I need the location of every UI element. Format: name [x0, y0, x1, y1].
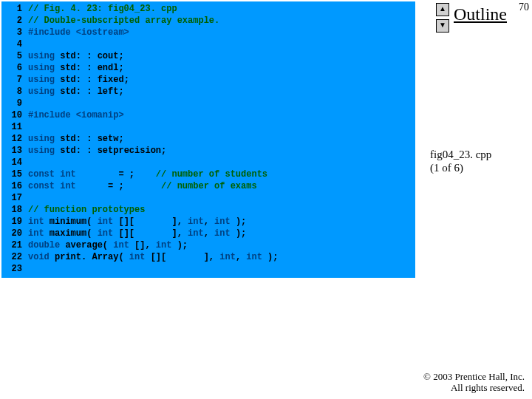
code-text: ); [236, 216, 246, 227]
code-text: ); [177, 240, 188, 250]
code-keyword: using [28, 86, 60, 97]
code-keyword: int [28, 216, 50, 227]
code-text: ); [236, 228, 246, 239]
line-number: 1 [1, 3, 28, 15]
code-header: <iostream> [76, 27, 129, 38]
line-number: 16 [1, 180, 28, 192]
line-number: 21 [1, 239, 28, 251]
code-text: print. Array( [55, 252, 129, 262]
line-number: 12 [1, 133, 28, 145]
code-text: average( [65, 240, 113, 250]
line-number: 18 [1, 204, 28, 216]
outline-up-button[interactable]: ▲ [436, 3, 449, 16]
code-keyword: using [28, 134, 60, 144]
line-number: 8 [1, 86, 28, 98]
outline-down-button[interactable]: ▼ [436, 19, 449, 33]
code-preproc: #include [28, 27, 76, 38]
code-keyword: double [28, 240, 65, 250]
outline-nav: ▲ ▼ [436, 3, 449, 33]
line-number: 13 [1, 145, 28, 157]
code-text: [][ ], [118, 216, 188, 227]
code-keyword: using [28, 51, 60, 61]
code-keyword: int [156, 240, 177, 250]
line-number: 9 [1, 98, 28, 109]
copyright-line1: © 2003 Prentice Hall, Inc. [423, 371, 525, 382]
line-number: 10 [1, 109, 28, 121]
code-text: ); [267, 252, 278, 262]
page-number: 70 [519, 1, 529, 13]
code-preproc: #include [28, 110, 76, 120]
figure-name: fig04_23. cpp [430, 149, 491, 160]
line-number: 6 [1, 62, 28, 74]
code-keyword: const int [28, 169, 76, 180]
code-text: = ; [76, 181, 161, 191]
copyright-line2: All rights reserved. [451, 382, 525, 393]
line-number: 15 [1, 168, 28, 180]
code-text: std: : left; [60, 86, 123, 97]
code-text: std: : setprecision; [60, 146, 166, 156]
line-number: 20 [1, 228, 28, 239]
code-keyword: int [28, 228, 50, 239]
figure-part: (1 of 6) [430, 162, 463, 174]
code-text: , [204, 216, 214, 227]
line-number: 4 [1, 38, 28, 50]
code-text: = ; [76, 169, 156, 180]
code-keyword: int [188, 216, 204, 227]
code-text: std: : fixed; [60, 75, 129, 85]
line-number: 14 [1, 157, 28, 168]
line-number: 5 [1, 50, 28, 62]
code-keyword: int [219, 252, 236, 262]
outline-box: ▲ ▼ Outline [436, 3, 507, 33]
code-comment: // number of exams [161, 181, 257, 191]
code-keyword: using [28, 63, 60, 73]
copyright: © 2003 Prentice Hall, Inc. All rights re… [423, 371, 525, 393]
code-text: [][ ], [118, 228, 188, 239]
line-number: 19 [1, 216, 28, 228]
line-number: 23 [1, 263, 28, 275]
code-comment: // function prototypes [28, 204, 145, 216]
line-number: 11 [1, 121, 28, 133]
code-header: <iomanip> [76, 110, 124, 120]
code-text: [], [134, 240, 156, 250]
code-text: minimum( [50, 216, 98, 227]
code-text: std: : endl; [60, 63, 123, 73]
code-keyword: void [28, 252, 55, 262]
line-number: 17 [1, 192, 28, 204]
code-keyword: int [214, 216, 236, 227]
code-keyword: using [28, 146, 60, 156]
code-keyword: int [214, 228, 236, 239]
line-number: 3 [1, 27, 28, 38]
code-keyword: int [129, 252, 151, 262]
code-keyword: int [113, 240, 134, 250]
figure-label: fig04_23. cpp (1 of 6) [430, 148, 491, 174]
outline-label[interactable]: Outline [454, 4, 507, 24]
code-keyword: int [98, 228, 119, 239]
code-comment: // number of students [156, 169, 267, 180]
code-comment: // Double-subscripted array example. [28, 15, 219, 27]
code-keyword: int [98, 216, 119, 227]
code-text: , [236, 252, 246, 262]
code-block: 1// Fig. 4. 23: fig04_23. cpp 2// Double… [1, 1, 415, 278]
code-comment: // Fig. 4. 23: fig04_23. cpp [28, 3, 177, 15]
code-text: std: : setw; [60, 134, 123, 144]
code-keyword: using [28, 75, 60, 85]
line-number: 2 [1, 15, 28, 27]
code-text: std: : cout; [60, 51, 123, 61]
code-keyword: int [188, 228, 204, 239]
line-number: 22 [1, 251, 28, 263]
line-number: 7 [1, 74, 28, 86]
code-text: [][ ], [151, 252, 220, 262]
code-keyword: int [246, 252, 267, 262]
code-text: maximum( [50, 228, 98, 239]
code-text: , [204, 228, 214, 239]
code-keyword: const int [28, 181, 76, 191]
